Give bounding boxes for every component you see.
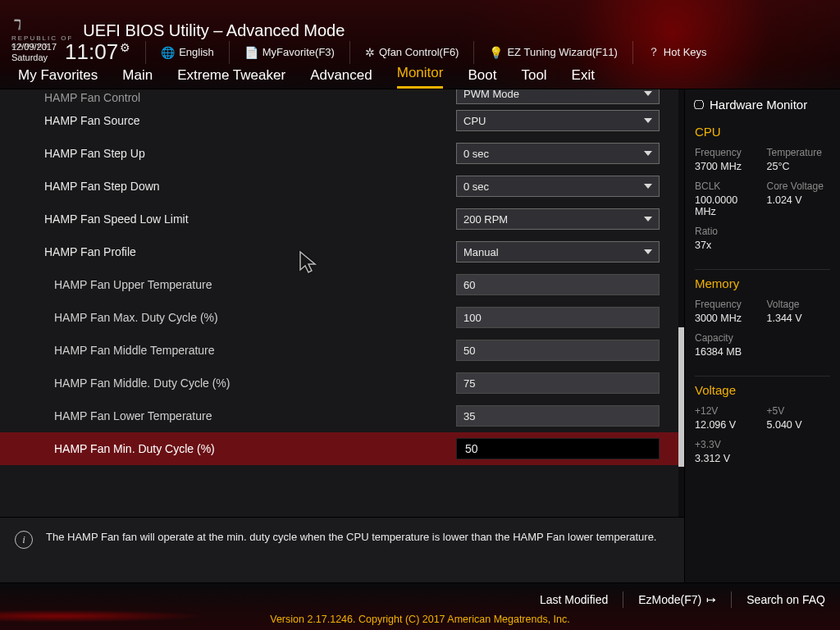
text-input[interactable]: 60	[456, 274, 660, 295]
tab-my-favorites[interactable]: My Favorites	[18, 67, 98, 89]
setting-row[interactable]: HAMP Fan Step Down0 sec	[0, 170, 684, 203]
setting-row[interactable]: HAMP Fan Step Up0 sec	[0, 137, 684, 170]
hw-title: Hardware Monitor	[710, 98, 807, 112]
text-input[interactable]: 100	[456, 307, 660, 328]
setting-label: HAMP Fan Profile	[44, 245, 456, 258]
tab-main[interactable]: Main	[122, 67, 153, 89]
bulb-icon: 💡	[489, 46, 503, 59]
text-input[interactable]: 50	[456, 340, 660, 361]
tab-bar: My FavoritesMainExtreme TweakerAdvancedM…	[0, 62, 840, 89]
setting-row[interactable]: HAMP Fan Upper Temperature60	[0, 268, 684, 301]
last-modified-link[interactable]: Last Modified	[540, 593, 608, 606]
tab-boot[interactable]: Boot	[468, 67, 496, 89]
setting-row[interactable]: HAMP Fan Speed Low Limit200 RPM	[0, 203, 684, 235]
date: 12/09/2017	[11, 42, 57, 52]
search-faq-link[interactable]: Search on FAQ	[746, 593, 825, 606]
help-panel: i The HAMP Fan fan will operate at the m…	[0, 517, 684, 582]
chevron-down-icon	[644, 118, 652, 123]
dropdown[interactable]: 0 sec	[456, 143, 660, 164]
setting-label: HAMP Fan Source	[44, 114, 456, 127]
qfan-button[interactable]: ✲Qfan Control(F6)	[365, 46, 459, 59]
eztuning-button[interactable]: 💡EZ Tuning Wizard(F11)	[489, 46, 617, 59]
main-panel: HAMP Fan ControlPWM ModeHAMP Fan SourceC…	[0, 89, 684, 582]
chevron-down-icon	[644, 217, 652, 221]
hardware-monitor-panel: 🖵Hardware Monitor CPU Frequency3700 MHz …	[684, 89, 840, 582]
setting-row[interactable]: HAMP Fan Lower Temperature35	[0, 399, 684, 432]
setting-row[interactable]: HAMP Fan SourceCPU	[0, 104, 684, 137]
datetime: 12/09/2017 Saturday 11:07⚙	[11, 39, 130, 65]
list-icon: 📄	[244, 46, 258, 59]
setting-label: HAMP Fan Upper Temperature	[54, 278, 456, 291]
gear-icon: ⚙	[120, 41, 130, 54]
setting-label: HAMP Fan Lower Temperature	[54, 409, 456, 422]
fan-icon: ✲	[365, 46, 375, 59]
chevron-down-icon	[644, 151, 652, 156]
dropdown[interactable]: 0 sec	[456, 176, 660, 197]
globe-icon: 🌐	[161, 46, 175, 59]
myfavorite-button[interactable]: 📄MyFavorite(F3)	[244, 46, 335, 59]
bios-title: UEFI BIOS Utility – Advanced Mode	[83, 21, 345, 40]
ezmode-button[interactable]: EzMode(F7)↦	[638, 593, 716, 606]
tab-tool[interactable]: Tool	[521, 67, 546, 89]
clock[interactable]: 11:07⚙	[65, 39, 130, 65]
setting-row[interactable]: HAMP Fan Max. Duty Cycle (%)100	[0, 301, 684, 334]
tab-extreme-tweaker[interactable]: Extreme Tweaker	[177, 67, 285, 89]
chevron-down-icon	[644, 91, 652, 96]
chevron-down-icon	[644, 249, 652, 254]
voltage-heading: Voltage	[695, 383, 830, 397]
setting-label: HAMP Fan Min. Duty Cycle (%)	[54, 442, 456, 455]
dropdown[interactable]: CPU	[456, 110, 660, 131]
text-input[interactable]: 50	[456, 438, 660, 459]
dropdown[interactable]: Manual	[456, 241, 660, 262]
tab-advanced[interactable]: Advanced	[310, 67, 372, 89]
monitor-icon: 🖵	[693, 98, 705, 112]
info-icon: i	[15, 531, 33, 549]
hotkeys-button[interactable]: ？Hot Keys	[648, 45, 707, 60]
toolbar: 12/09/2017 Saturday 11:07⚙ 🌐English 📄MyF…	[11, 39, 707, 65]
scrollbar[interactable]	[678, 89, 684, 517]
cpu-heading: CPU	[695, 125, 830, 139]
setting-label: HAMP Fan Middle Temperature	[54, 344, 456, 357]
setting-row[interactable]: HAMP Fan ProfileManual	[0, 235, 684, 268]
version-text: Version 2.17.1246. Copyright (C) 2017 Am…	[0, 614, 840, 625]
setting-row[interactable]: HAMP Fan Middle Temperature50	[0, 334, 684, 367]
text-input[interactable]: 75	[456, 372, 660, 394]
setting-row[interactable]: HAMP Fan Middle. Duty Cycle (%)75	[0, 367, 684, 399]
setting-label: HAMP Fan Middle. Duty Cycle (%)	[54, 377, 456, 390]
day: Saturday	[11, 52, 57, 62]
text-input[interactable]: 35	[456, 405, 660, 427]
chevron-down-icon	[644, 184, 652, 189]
scrollbar-thumb[interactable]	[678, 327, 684, 467]
memory-heading: Memory	[695, 276, 830, 290]
setting-row[interactable]: HAMP Fan ControlPWM Mode	[0, 89, 684, 104]
dropdown[interactable]: 200 RPM	[456, 208, 660, 230]
dropdown[interactable]: PWM Mode	[456, 89, 660, 104]
question-icon: ？	[648, 45, 660, 60]
tab-monitor[interactable]: Monitor	[397, 65, 444, 89]
setting-label: HAMP Fan Step Down	[44, 180, 456, 193]
setting-label: HAMP Fan Step Up	[44, 147, 456, 160]
setting-label: HAMP Fan Max. Duty Cycle (%)	[54, 311, 456, 324]
language-button[interactable]: 🌐English	[161, 46, 214, 59]
setting-row[interactable]: HAMP Fan Min. Duty Cycle (%)50	[0, 432, 684, 465]
tab-exit[interactable]: Exit	[572, 67, 595, 89]
footer: Last Modified EzMode(F7)↦ Search on FAQ …	[0, 582, 840, 630]
setting-label: HAMP Fan Control	[44, 91, 456, 104]
settings-list[interactable]: HAMP Fan ControlPWM ModeHAMP Fan SourceC…	[0, 89, 684, 517]
help-text: The HAMP Fan fan will operate at the min…	[46, 531, 656, 543]
exit-icon: ↦	[706, 593, 716, 606]
setting-label: HAMP Fan Speed Low Limit	[44, 212, 456, 226]
